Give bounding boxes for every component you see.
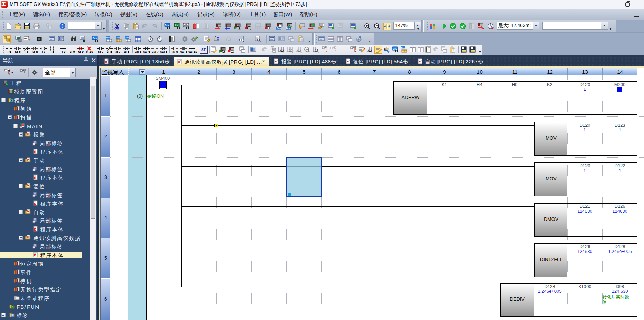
- svg-text:Dev: Dev: [125, 36, 129, 39]
- svg-text:O: O: [217, 36, 219, 40]
- svg-text:?: ?: [61, 24, 63, 29]
- svg-text:Dev: Dev: [401, 47, 405, 49]
- svg-text:I: I: [215, 36, 216, 40]
- svg-text:ab: ab: [384, 46, 389, 51]
- svg-text:Dev: Dev: [116, 36, 120, 39]
- svg-text:-O-: -O-: [184, 24, 188, 26]
- svg-text:Dev: Dev: [393, 47, 397, 50]
- svg-text:OK: OK: [481, 27, 484, 30]
- svg-text:Dev: Dev: [165, 24, 169, 26]
- svg-text:HO: HO: [24, 37, 28, 40]
- svg-text:Dev: Dev: [286, 27, 291, 29]
- svg-text:Dev: Dev: [93, 37, 97, 39]
- svg-text:Dev: Dev: [277, 27, 281, 29]
- svg-text:Dev: Dev: [106, 36, 110, 39]
